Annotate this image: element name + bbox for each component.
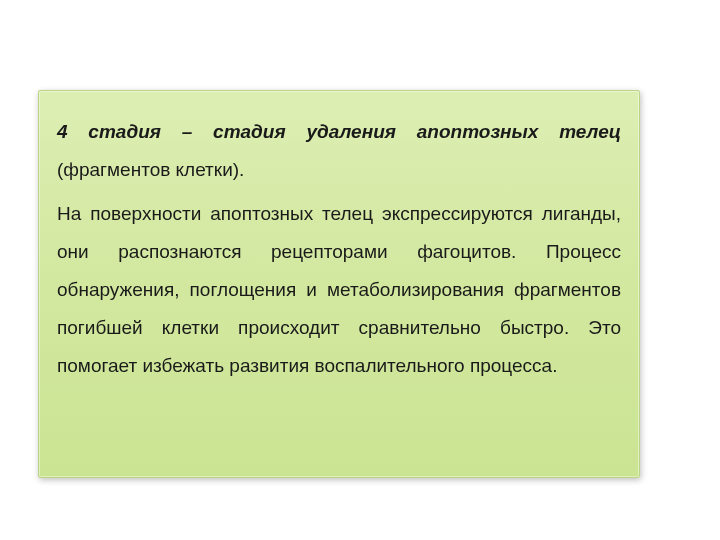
stage-title-emphasis: 4 стадия – стадия удаления апоптозных те… — [57, 121, 621, 142]
stage-title-suffix: (фрагментов клетки). — [57, 159, 244, 180]
slide-card: 4 стадия – стадия удаления апоптозных те… — [38, 90, 640, 478]
stage-title-paragraph: 4 стадия – стадия удаления апоптозных те… — [57, 113, 621, 189]
stage-body-paragraph: На поверхности апоптозных телец экспресс… — [57, 195, 621, 385]
